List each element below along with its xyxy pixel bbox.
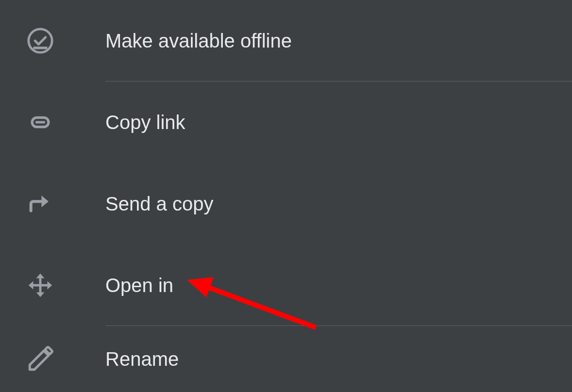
menu-item-label: Make available offline bbox=[105, 30, 292, 52]
menu-item-send-a-copy[interactable]: Send a copy bbox=[0, 163, 572, 245]
menu-item-label: Open in bbox=[105, 275, 173, 296]
menu-item-label: Copy link bbox=[105, 112, 185, 133]
svg-rect-1 bbox=[33, 47, 47, 49]
menu-item-copy-link[interactable]: Copy link bbox=[0, 82, 572, 163]
pencil-icon bbox=[0, 345, 80, 373]
share-arrow-icon bbox=[0, 190, 80, 218]
svg-rect-4 bbox=[32, 284, 49, 287]
context-menu: Make available offline Copy link Send a … bbox=[0, 0, 572, 392]
offline-check-icon bbox=[0, 27, 80, 55]
link-icon bbox=[0, 108, 80, 136]
menu-item-open-in[interactable]: Open in bbox=[0, 245, 572, 326]
svg-rect-2 bbox=[35, 121, 45, 124]
menu-item-label: Send a copy bbox=[105, 193, 213, 215]
menu-item-label: Rename bbox=[105, 348, 179, 370]
menu-item-make-available-offline[interactable]: Make available offline bbox=[0, 0, 572, 82]
menu-item-rename[interactable]: Rename bbox=[0, 326, 572, 392]
move-arrows-icon bbox=[0, 271, 80, 299]
